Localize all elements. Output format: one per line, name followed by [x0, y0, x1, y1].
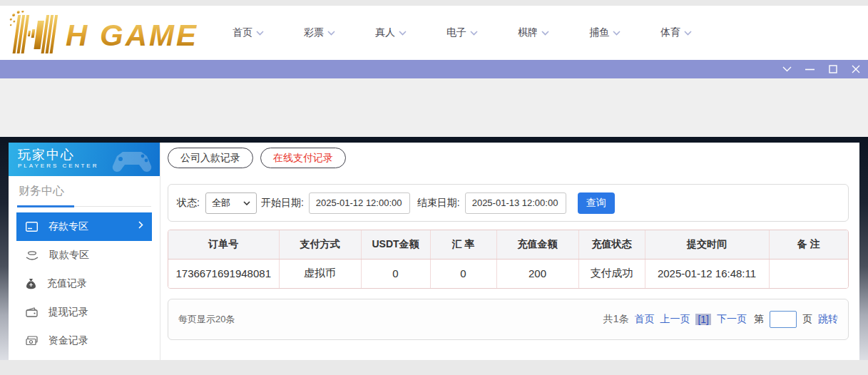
col-recharge-status: 充值状态	[578, 230, 645, 259]
maximize-icon	[829, 65, 837, 73]
nav-label: 真人	[375, 26, 395, 39]
nav-item-lottery[interactable]: 彩票	[304, 26, 335, 39]
logo-text: H GAME	[66, 19, 197, 52]
jump-prefix-label: 第	[754, 313, 764, 326]
col-remark: 备 注	[769, 230, 848, 259]
col-order-no: 订单号	[168, 230, 279, 259]
sidebar-item-withdraw-zone[interactable]: 取款专区	[16, 241, 152, 269]
section-divider	[17, 205, 151, 207]
window-collapse-button[interactable]	[782, 64, 792, 75]
tab-online-payment-records[interactable]: 在线支付记录	[260, 148, 346, 168]
gamepad-icon	[110, 146, 154, 173]
content-area: 公司入款记录 在线支付记录 状态: 全部 开始日期: 结束日期: 查询	[160, 143, 859, 360]
window-minimize-button[interactable]	[805, 64, 815, 75]
sidebar-item-label: 取款专区	[49, 249, 89, 262]
cell-payment-method: 虚拟币	[279, 259, 361, 288]
section-title: 财务中心	[17, 184, 151, 199]
chevron-right-icon	[138, 221, 143, 229]
chevron-down-icon	[782, 66, 792, 72]
sidebar: 玩家中心 PLAYERS CENTER 财务中心 存款专区	[9, 143, 160, 360]
sidebar-item-deposit-zone[interactable]: 存款专区	[16, 212, 152, 241]
sidebar-menu: 存款专区 取款专区 充值记录	[9, 207, 160, 355]
sidebar-item-label: 资金记录	[48, 334, 88, 347]
cell-exchange-rate: 0	[430, 259, 496, 288]
cell-remark	[769, 259, 848, 288]
col-submit-time: 提交时间	[645, 230, 769, 259]
main-nav: 首页 彩票 真人 电子 棋牌 捕鱼 体育	[233, 26, 692, 39]
cell-order-no: 1736671691948081	[168, 259, 279, 288]
start-date-input[interactable]	[309, 192, 410, 214]
window-title-bar	[0, 60, 868, 78]
sidebar-section: 财务中心	[9, 176, 160, 207]
pagination-bar: 每页显示20条 共1条 首页 上一页 [1] 下一页 第 页 跳转	[168, 299, 849, 340]
banknotes-icon	[26, 336, 38, 346]
sidebar-item-label: 存款专区	[48, 220, 88, 233]
filter-bar: 状态: 全部 开始日期: 结束日期: 查询	[168, 184, 849, 222]
chevron-down-icon	[613, 31, 621, 36]
window-close-button[interactable]	[850, 64, 861, 75]
wallet-icon	[26, 307, 38, 317]
sidebar-header: 玩家中心 PLAYERS CENTER	[9, 143, 160, 176]
col-usdt-amount: USDT金额	[361, 230, 430, 259]
nav-item-slots[interactable]: 电子	[446, 26, 478, 39]
sidebar-item-funds-records[interactable]: 资金记录	[16, 327, 152, 355]
page-number-input[interactable]	[770, 311, 797, 328]
nav-label: 电子	[446, 26, 466, 39]
site-header: H GAME 首页 彩票 真人 电子 棋牌 捕鱼 体育	[0, 6, 868, 60]
per-page-text: 每页显示20条	[178, 313, 235, 326]
players-center-panel: 玩家中心 PLAYERS CENTER 财务中心 存款专区	[9, 143, 859, 360]
cell-usdt-amount: 0	[361, 259, 430, 288]
sidebar-item-recharge-records[interactable]: 充值记录	[16, 269, 152, 298]
nav-item-home[interactable]: 首页	[233, 26, 264, 39]
nav-item-sports[interactable]: 体育	[660, 26, 692, 39]
col-exchange-rate: 汇 率	[430, 230, 496, 259]
nav-label: 捕鱼	[589, 26, 609, 39]
minimize-icon	[805, 68, 815, 71]
cell-recharge-status: 支付成功	[578, 259, 645, 288]
table-header-row: 订单号 支付方式 USDT金额 汇 率 充值金额 充值状态 提交时间 备 注	[168, 230, 848, 259]
window-maximize-button[interactable]	[827, 64, 838, 75]
col-payment-method: 支付方式	[279, 230, 361, 259]
cell-submit-time: 2025-01-12 16:48:11	[645, 259, 769, 288]
start-date-label: 开始日期:	[261, 197, 304, 210]
status-select[interactable]: 全部	[205, 192, 257, 214]
table-row: 1736671691948081 虚拟币 0 0 200 支付成功 2025-0…	[168, 259, 848, 288]
next-page-link[interactable]: 下一页	[717, 313, 747, 326]
jump-link[interactable]: 跳转	[818, 313, 838, 326]
total-count: 共1条	[603, 313, 629, 326]
sidebar-item-label: 提现记录	[48, 306, 88, 319]
nav-item-boardgames[interactable]: 棋牌	[518, 26, 549, 39]
pager-controls: 共1条 首页 上一页 [1] 下一页 第 页 跳转	[603, 311, 838, 328]
hand-money-icon	[26, 250, 39, 260]
nav-label: 首页	[233, 26, 252, 39]
chevron-down-icon	[256, 31, 264, 36]
chevron-down-icon	[243, 201, 250, 205]
hgame-logo[interactable]: H GAME	[6, 11, 197, 55]
end-date-input[interactable]	[465, 192, 566, 214]
chevron-down-icon	[327, 31, 335, 36]
sidebar-item-withdrawal-records[interactable]: 提现记录	[16, 298, 152, 327]
nav-label: 体育	[660, 26, 680, 39]
nav-label: 棋牌	[518, 26, 538, 39]
first-page-link[interactable]: 首页	[634, 313, 654, 326]
top-edge-strip	[0, 0, 868, 6]
status-label: 状态:	[177, 197, 200, 210]
nav-item-live[interactable]: 真人	[375, 26, 407, 39]
chevron-down-icon	[399, 31, 407, 36]
end-date-label: 结束日期:	[417, 197, 460, 210]
tab-company-deposit-records[interactable]: 公司入款记录	[168, 148, 253, 168]
status-select-value: 全部	[212, 197, 230, 210]
logo-mark	[6, 11, 58, 53]
prev-page-link[interactable]: 上一页	[660, 313, 690, 326]
nav-label: 彩票	[304, 26, 324, 39]
current-page-indicator: [1]	[695, 314, 711, 325]
records-table: 订单号 支付方式 USDT金额 汇 率 充值金额 充值状态 提交时间 备 注 1…	[168, 230, 849, 289]
sidebar-item-label: 充值记录	[47, 277, 87, 290]
nav-item-fishing[interactable]: 捕鱼	[589, 26, 621, 39]
search-button[interactable]: 查询	[578, 192, 615, 214]
close-icon	[852, 65, 860, 73]
jump-suffix-label: 页	[802, 313, 812, 326]
footer-strip	[0, 360, 868, 375]
chevron-down-icon	[541, 31, 549, 36]
record-tabs: 公司入款记录 在线支付记录	[168, 148, 849, 168]
